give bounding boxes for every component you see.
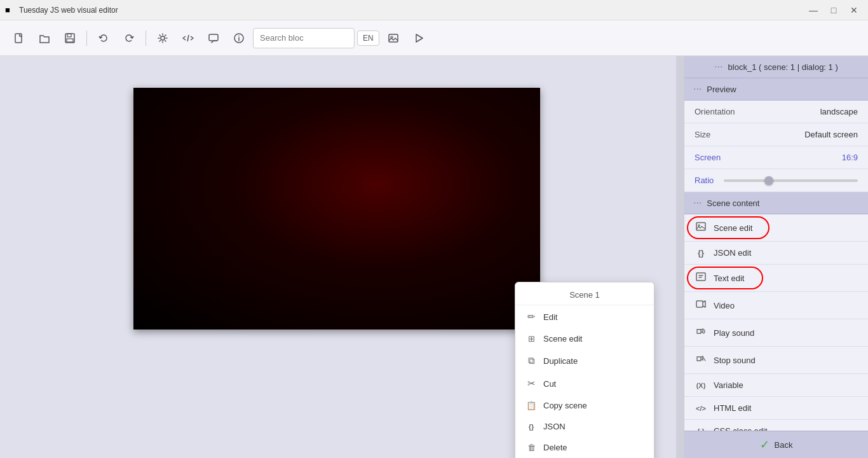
- context-menu-duplicate[interactable]: ⧉ Duplicate: [515, 349, 654, 372]
- size-label: Size: [695, 130, 710, 139]
- search-input[interactable]: [260, 33, 336, 43]
- context-menu-edit[interactable]: ✏ Edit: [515, 305, 654, 328]
- video-icon: [695, 298, 707, 312]
- ratio-slider[interactable]: [724, 179, 858, 182]
- size-value: Default screen: [804, 130, 858, 139]
- back-button[interactable]: ✓ Back: [760, 438, 793, 452]
- screen-label: Screen: [695, 153, 721, 162]
- rp-item-css-class[interactable]: {.} CSS class edit: [684, 420, 868, 431]
- preview-label: Preview: [707, 85, 736, 94]
- image-button[interactable]: [382, 27, 405, 50]
- app-title: Tuesday JS web visual editor: [19, 6, 804, 15]
- context-cut-label: Cut: [543, 379, 556, 389]
- rp-item-json-edit[interactable]: {} JSON edit: [684, 242, 868, 265]
- rp-item-html-edit[interactable]: </> HTML edit: [684, 397, 868, 420]
- stop-sound-label: Stop sound: [714, 356, 858, 365]
- lang-button[interactable]: EN: [357, 31, 379, 46]
- html-edit-label: HTML edit: [714, 403, 858, 413]
- svg-rect-0: [15, 34, 22, 43]
- context-scene-edit-label: Scene edit: [543, 334, 582, 344]
- variable-icon: (X): [695, 382, 707, 389]
- json-icon: {}: [526, 423, 537, 431]
- screen-property: Screen 16:9: [684, 146, 868, 169]
- comment-button[interactable]: [202, 27, 225, 50]
- svg-line-5: [187, 35, 189, 41]
- app-icon: ■: [5, 5, 15, 15]
- svg-marker-16: [697, 330, 701, 333]
- toolbar: EN: [0, 20, 868, 56]
- right-panel: ··· block_1 ( scene: 1 | dialog: 1 ) ···…: [684, 56, 868, 458]
- text-edit-icon: [695, 271, 707, 285]
- orientation-label: Orientation: [695, 107, 735, 116]
- scene-edit-context-icon: ⊞: [526, 334, 537, 344]
- preview-dots: ···: [693, 83, 702, 95]
- scene-canvas-inner: [133, 88, 540, 330]
- search-box[interactable]: [253, 28, 355, 48]
- css-class-label: CSS class edit: [714, 426, 858, 431]
- ratio-property: Ratio: [684, 169, 868, 192]
- canvas-scrollbar[interactable]: [676, 56, 684, 458]
- context-menu-json[interactable]: {} JSON: [515, 416, 654, 437]
- save-button[interactable]: [58, 27, 81, 50]
- canvas-area[interactable]: Scene 1 ✏ Edit ⊞ Scene edit ⧉ Duplicate …: [0, 56, 684, 458]
- rp-item-video[interactable]: Video: [684, 292, 868, 319]
- scene-dots: ···: [693, 197, 702, 209]
- new-button[interactable]: [8, 27, 31, 50]
- preview-section: ··· Preview Orientation landscape Size D…: [684, 78, 868, 192]
- context-menu-scene-edit[interactable]: ⊞ Scene edit: [515, 328, 654, 349]
- scene-edit-label: Scene edit: [714, 223, 858, 233]
- html-edit-icon: </>: [695, 405, 707, 412]
- size-property: Size Default screen: [684, 123, 868, 146]
- rp-footer[interactable]: ✓ Back: [684, 431, 868, 458]
- play-sound-icon: [695, 326, 707, 340]
- titlebar: ■ Tuesday JS web visual editor — □ ✕: [0, 0, 868, 20]
- context-menu-title: Scene 1: [515, 285, 654, 305]
- video-label: Video: [714, 301, 858, 310]
- scene-canvas[interactable]: [133, 88, 540, 330]
- context-delete-label: Delete: [543, 443, 567, 452]
- ratio-label: Ratio: [695, 176, 714, 185]
- svg-point-9: [238, 35, 240, 36]
- rp-item-stop-sound[interactable]: Stop sound: [684, 347, 868, 374]
- context-menu-cut[interactable]: ✂ Cut: [515, 372, 654, 395]
- scene-content-items: Scene edit {} JSON edit Text edit: [684, 214, 868, 431]
- settings-button[interactable]: [151, 27, 174, 50]
- rp-item-variable[interactable]: (X) Variable: [684, 374, 868, 397]
- svg-rect-3: [67, 39, 73, 42]
- scene-content-label: Scene content: [707, 198, 759, 208]
- preview-header: ··· Preview: [684, 78, 868, 101]
- svg-point-13: [698, 225, 700, 226]
- rp-item-scene-edit[interactable]: Scene edit: [684, 214, 868, 242]
- check-icon: ✓: [760, 438, 770, 452]
- json-edit-icon: {}: [695, 248, 707, 258]
- json-edit-label: JSON edit: [714, 248, 858, 258]
- block-info: block_1 ( scene: 1 | dialog: 1 ): [728, 62, 838, 72]
- context-menu-delete[interactable]: 🗑 Delete: [515, 437, 654, 458]
- rp-item-play-sound[interactable]: Play sound: [684, 319, 868, 347]
- info-button[interactable]: [227, 27, 250, 50]
- window-controls: — □ ✕: [804, 3, 863, 17]
- context-copy-label: Copy scene: [543, 401, 587, 410]
- rp-item-text-edit[interactable]: Text edit: [684, 265, 868, 292]
- sep2: [146, 31, 146, 46]
- close-button[interactable]: ✕: [845, 3, 863, 17]
- svg-rect-12: [696, 223, 705, 230]
- rp-block-header: ··· block_1 ( scene: 1 | dialog: 1 ): [684, 56, 868, 78]
- screen-value: 16:9: [842, 153, 858, 162]
- play-button[interactable]: [407, 27, 430, 50]
- code-button[interactable]: [177, 27, 200, 50]
- stop-sound-icon: [695, 353, 707, 367]
- context-menu-copy-scene[interactable]: 📋 Copy scene: [515, 395, 654, 416]
- redo-button[interactable]: [118, 27, 140, 50]
- ratio-thumb[interactable]: [764, 176, 773, 185]
- context-menu: Scene 1 ✏ Edit ⊞ Scene edit ⧉ Duplicate …: [515, 282, 654, 458]
- open-button[interactable]: [33, 27, 56, 50]
- duplicate-icon: ⧉: [526, 355, 537, 366]
- maximize-button[interactable]: □: [825, 3, 843, 17]
- minimize-button[interactable]: —: [804, 3, 822, 17]
- svg-marker-17: [697, 357, 701, 361]
- svg-point-4: [161, 36, 165, 40]
- scene-edit-icon: [695, 221, 707, 235]
- svg-rect-6: [209, 34, 218, 41]
- undo-button[interactable]: [92, 27, 115, 50]
